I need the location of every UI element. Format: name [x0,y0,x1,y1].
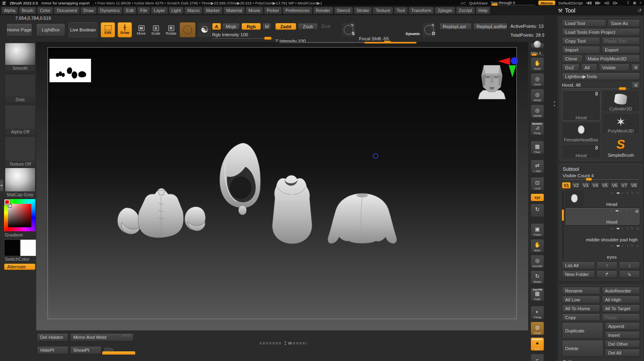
current-color-swatch[interactable] [4,199,10,205]
duplicate-button[interactable]: Duplicate [562,322,603,339]
move-out-folder-button[interactable]: ↱ [597,270,617,278]
default-zscript-button[interactable]: DefaultZScript [559,1,583,5]
version-button[interactable]: V2 [572,182,580,189]
menu-item[interactable]: Help [476,7,491,14]
shelf-button[interactable]: ◐ Transp [530,306,544,320]
polypaint-icon[interactable]: ●● [616,244,619,248]
append-button[interactable]: Append [605,322,640,330]
subtool-thumbnail[interactable] [565,190,584,207]
polypaint-icon[interactable]: ●● [616,226,619,230]
saturation-value-square[interactable] [8,204,31,227]
axis-x-arrow[interactable] [498,58,510,65]
shelf-button[interactable]: Dynamic ● Solo [530,337,544,351]
canvas-scroll-arrows[interactable]: ▲▼ [283,340,288,346]
quicksave-button[interactable]: QuickSave [469,1,488,5]
subtool-title[interactable]: Subtool [562,166,640,173]
version-button[interactable]: V3 [581,182,590,189]
tray-resize-handle[interactable]: ▸▸ [554,100,555,107]
mrgb-toggle[interactable]: Mrgb [222,23,240,30]
goz-r-button[interactable]: R [631,64,640,71]
make-polymesh3d-button[interactable]: Make PolyMesh3D [584,55,640,62]
tool-tile-hood-2[interactable]: 8 Hood [562,144,601,159]
menu-item[interactable]: Marker [203,7,223,14]
del-hidden-button[interactable]: Del Hidden [37,333,68,341]
color-picker[interactable] [4,199,35,231]
shade-icon[interactable]: ◐ [620,209,622,214]
shelf-button[interactable]: ⊡ Local [530,177,544,191]
contrast-icon[interactable]: ◑ [626,191,628,195]
hide-pt-button[interactable]: HidePt [37,346,68,354]
visibility-eye-icon[interactable]: ⊙ [636,226,639,230]
brush-icon[interactable]: ✎ [631,191,634,195]
zcut-toggle[interactable]: Zcut [321,24,330,29]
save-as-button[interactable]: Save As [608,19,640,27]
lightbox-button[interactable]: LightBox [36,23,65,36]
rgb-toggle[interactable]: Rgb [242,23,261,30]
copy-tool-button[interactable]: Copy Tool [562,37,600,45]
shelf-button[interactable]: ⌐ [530,354,544,361]
axis-y-arrow[interactable] [509,65,516,77]
secondary-color-swatch[interactable] [20,239,36,256]
new-folder-button[interactable]: New Folder [562,270,595,278]
delete-button[interactable]: Delete [562,340,603,357]
shelf-button[interactable]: ✋ Move [530,239,544,253]
contrast-icon[interactable]: ◑ [625,209,627,214]
clone-button[interactable]: Clone [562,55,583,62]
menu-item[interactable]: Picker [264,7,282,14]
menu-item[interactable]: Movie [246,7,263,14]
rename-button[interactable]: Rename [562,287,600,295]
mirror-axis-toggles[interactable]: X Y Z [122,334,130,337]
menu-item[interactable]: File [137,7,150,14]
dock-right-icon[interactable]: ▤▸ [613,1,618,5]
paste-subtool-button[interactable]: Paste [602,313,640,321]
mirror-and-weld-button[interactable]: Mirror And Weld X Y Z [70,333,134,341]
spix-slider[interactable]: SPix 3 [530,50,544,55]
shelf-button[interactable]: ◍ Ghost [530,322,544,335]
menu-item[interactable]: Transform [409,7,434,14]
menu-item[interactable]: Zscript [456,7,475,14]
scale-button[interactable]: S Scale [149,23,163,37]
autoreorder-button[interactable]: AutoReorder [602,287,640,295]
stroke-curve-s-button[interactable]: S ✎ [341,22,356,37]
hide-left-tray-icon[interactable]: ◂▮▮ [586,1,592,5]
subtool-thumbnail[interactable] [565,243,584,260]
subtool-thumbnail[interactable] [565,226,584,243]
flip-icon[interactable]: ↩ [611,191,614,195]
brush-icon[interactable]: ✎ [631,226,634,230]
all-to-target-button[interactable]: All To Target [602,305,640,312]
brush-icon[interactable]: ✎ [630,209,633,214]
visible-button[interactable]: Visible [599,64,630,71]
menu-item[interactable]: Stroke [354,7,372,14]
menu-item[interactable]: Light [169,7,184,14]
polypaint-icon[interactable]: ●● [615,209,618,214]
subtool-row[interactable]: ↩ ●● ◐ ◑ ✎ ⊙ eyes [565,243,640,260]
shelf-button[interactable]: ▦ Floor [530,141,544,154]
insert-button[interactable]: Insert [605,331,640,339]
menu-item[interactable]: Render [313,7,333,14]
load-tool-button[interactable]: Load Tool [562,19,606,27]
shelf-button[interactable]: ◎ Zoom3D [530,255,544,268]
lightbox-tools-button[interactable]: Lightbox▶Tools [562,73,640,80]
shelf-button[interactable]: ◎ Zoom [530,73,544,87]
shade-icon[interactable]: ◐ [621,244,623,248]
model-cowl[interactable] [272,175,312,244]
all-to-home-button[interactable]: All To Home [562,305,600,312]
goz-button[interactable]: GoZ [562,64,580,71]
menu-item[interactable]: Layer [151,7,168,14]
version-button[interactable]: V5 [601,182,609,189]
shade-icon[interactable]: ◐ [621,191,623,195]
polypaint-icon[interactable]: ●● [616,191,619,195]
all-high-button[interactable]: All High [602,296,640,303]
load-tools-from-project-button[interactable]: Load Tools From Project [562,28,640,36]
model-chest-armor[interactable] [118,189,205,238]
tool-r-button[interactable]: R [631,81,640,89]
version-button[interactable]: V6 [610,182,619,189]
subtool-row[interactable]: ↩ ●● ◐ ◑ ✎ ⊙ Head [565,190,640,207]
subtool-down-button[interactable]: ↓ [619,261,640,269]
zadd-toggle[interactable]: Zadd [275,23,296,30]
version-button[interactable]: V4 [591,182,600,189]
rgb-intensity-slider[interactable]: Rgb Intensity 100 [212,32,273,39]
shelf-button[interactable]: ▣ Frame [530,223,544,237]
import-button[interactable]: Import [562,46,600,54]
shade-icon[interactable]: ◐ [621,226,623,230]
